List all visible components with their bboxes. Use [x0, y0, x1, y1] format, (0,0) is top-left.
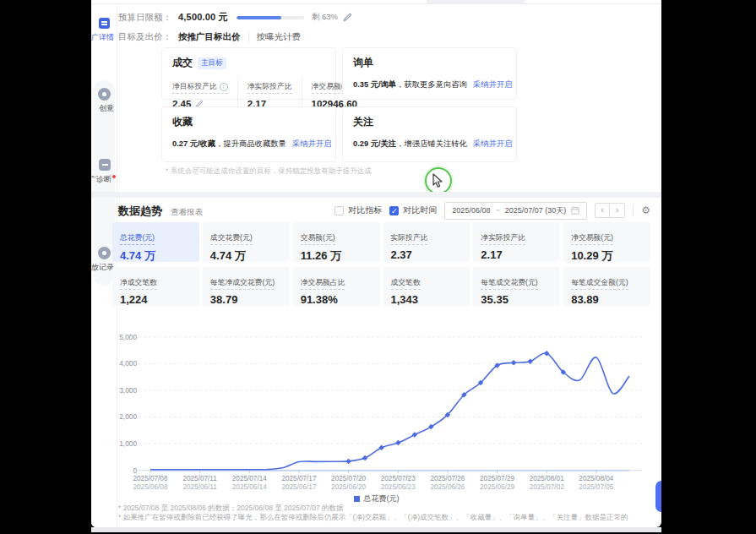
- budget-edit-icon[interactable]: [343, 13, 352, 22]
- compare-time-checkbox[interactable]: ✓ 对比时间: [389, 204, 437, 216]
- goal-desc-text: ，提升商品收藏数量: [215, 139, 286, 148]
- calendar-icon: [571, 206, 579, 215]
- x-tick-label-current: 2025/07/26: [430, 475, 465, 482]
- metric-card-7[interactable]: 每笔净成交花费(元)38.790.00: [203, 267, 290, 306]
- goal-metric: 净实际投产比2.17: [237, 77, 302, 109]
- goal-card-title: 成交主目标: [172, 56, 325, 70]
- creative-icon[interactable]: [98, 88, 111, 101]
- metric-card-9[interactable]: 成交笔数1,3430: [383, 267, 470, 306]
- history-icon[interactable]: [98, 247, 111, 259]
- info-icon[interactable]: i: [220, 83, 228, 91]
- goal-card-3[interactable]: 关注0.29 元/关注，增强店铺关注转化采纳并开启: [342, 106, 517, 162]
- date-range-picker[interactable]: 2025/06/08 ~ 2025/07/07 (30天): [444, 202, 587, 220]
- metric-card-10[interactable]: 每笔成交花费(元)35.350.00: [473, 267, 560, 306]
- compare-time-label: 对比时间: [403, 204, 437, 216]
- goal-metric-label: 净目标投产比i: [172, 82, 228, 94]
- y-tick-label: 1,000: [119, 439, 137, 448]
- goal-card-description: 0.35 元/询单，获取更多意向咨询采纳并开启: [353, 79, 506, 90]
- data-point-marker: [395, 440, 401, 446]
- checkbox-icon[interactable]: [334, 206, 344, 215]
- goal-desc-text: ，增强店铺关注转化: [396, 139, 467, 148]
- goal-card-title-text: 收藏: [172, 115, 193, 129]
- goal-metric-label-text: 净实际投产比: [247, 82, 292, 92]
- icon-glyph: [101, 21, 107, 23]
- y-tick-label: 5,000: [119, 333, 137, 341]
- metric-card-11[interactable]: 每笔成交金额(元)83.890.00: [563, 267, 650, 306]
- goal-metric-label-text: 净目标投产比: [172, 82, 217, 92]
- goal-card-title: 询单: [353, 56, 506, 70]
- goal-card-title-text: 询单: [353, 56, 373, 70]
- goal-card-2[interactable]: 收藏0.27 元/收藏，提升商品收藏数量采纳并开启: [161, 106, 336, 162]
- goal-metric: 净目标投产比i2.45: [172, 77, 237, 109]
- adopt-and-enable-link[interactable]: 采纳并开启: [473, 80, 512, 89]
- goal-metric-label: 净实际投产比: [247, 82, 292, 94]
- date-pager: ‹ ›: [595, 203, 625, 218]
- goal-card-0[interactable]: 成交主目标净目标投产比i2.45净实际投产比2.17净交易额(元)102946.…: [161, 47, 336, 100]
- tab-bid-by-impression[interactable]: 按曝光计费: [257, 31, 302, 43]
- x-tick-label-compare: 2025/06/11: [182, 483, 217, 491]
- x-tick-label-current: 2025/07/11: [182, 475, 217, 482]
- metric-card-value: 35.35: [481, 293, 552, 306]
- icon-glyph: [102, 164, 108, 166]
- data-point-marker: [412, 432, 418, 438]
- y-tick-label: 4,000: [119, 359, 137, 368]
- x-tick-label-compare: 2025/06/08: [133, 483, 168, 491]
- controls-divider: [633, 205, 634, 215]
- prev-period-button[interactable]: ‹: [595, 203, 610, 218]
- checkbox-icon[interactable]: ✓: [389, 206, 399, 215]
- metric-card-5[interactable]: 净交易额(元)10.29 万0.00: [563, 222, 650, 262]
- sidebar-item-label[interactable]: 广详情: [91, 32, 114, 43]
- campaign-detail-icon[interactable]: [99, 18, 110, 29]
- floating-side-button[interactable]: [655, 481, 661, 512]
- goal-card-description: 0.27 元/收藏，提升商品收藏数量采纳并开启: [172, 139, 325, 150]
- x-tick-label-current: 2025/07/17: [281, 475, 316, 482]
- metric-card-label: 净实际投产比: [481, 233, 525, 245]
- trend-controls: 对比指标 ✓ 对比时间 2025/06/08 ~ 2025/07/07 (30天…: [334, 202, 650, 219]
- next-period-button[interactable]: ›: [610, 203, 625, 218]
- metric-card-3[interactable]: 实际投产比2.370.00: [383, 222, 470, 262]
- metric-card-4[interactable]: 净实际投产比2.170.00: [473, 222, 560, 262]
- metric-card-label: 每笔净成交花费(元): [210, 278, 275, 290]
- metric-card-8[interactable]: 净交易额占比91.38%0.00%: [293, 267, 380, 306]
- trend-line-chart: 01,0002,0003,0004,0005,0002025/07/082025…: [117, 325, 649, 493]
- metric-card-value: 38.79: [210, 293, 282, 306]
- metric-card-label: 净交易额占比: [301, 278, 345, 290]
- goal-card-title: 关注: [353, 115, 506, 129]
- legend-label: 总花费(元): [364, 493, 400, 504]
- metric-card-1[interactable]: 成交花费(元)4.74 万0.00: [203, 222, 290, 262]
- compare-metric-checkbox[interactable]: 对比指标: [334, 204, 382, 216]
- sidebar-item-label[interactable]: 创意: [99, 103, 114, 114]
- sidebar-item-label[interactable]: 广诊断: [91, 174, 111, 185]
- x-tick-label-compare: 2025/06/17: [281, 483, 316, 491]
- chart-footnote-paused: * 如果推广在暂停或删除前已经获得了曝光，那么在暂停或删除后仍展示「(净)交易额…: [118, 513, 628, 523]
- notification-dot: [112, 175, 116, 178]
- adopt-and-enable-link[interactable]: 采纳并开启: [473, 139, 512, 148]
- metric-card-label: 每笔成交花费(元): [481, 278, 537, 290]
- data-point-marker: [345, 459, 351, 465]
- metric-card-6[interactable]: 净成交笔数1,2240: [112, 267, 199, 306]
- x-tick-label-compare: 2025/06/26: [430, 483, 465, 491]
- tab-bid-by-goal[interactable]: 按推广目标出价: [178, 31, 241, 43]
- settings-gear-icon[interactable]: ⚙: [641, 205, 650, 215]
- metric-card-label: 成交花费(元): [210, 233, 253, 245]
- goal-card-title: 收藏: [172, 115, 325, 129]
- diagnosis-icon[interactable]: [99, 159, 111, 171]
- y-tick-label: 0: [133, 466, 137, 475]
- date-end: 2025/07/07 (30天): [505, 205, 567, 216]
- sidebar-item-label[interactable]: 放记录: [91, 262, 114, 273]
- metric-card-0[interactable]: 总花费(元)4.74 万0.00: [112, 222, 199, 262]
- x-tick-label-current: 2025/07/08: [133, 475, 168, 482]
- metric-card-2[interactable]: 交易额(元)11.26 万0.00: [293, 222, 380, 262]
- adopt-and-enable-link[interactable]: 采纳并开启: [292, 139, 331, 148]
- view-report-link[interactable]: 查看报表: [171, 207, 203, 218]
- legend-swatch: [354, 496, 360, 502]
- header-divider: [91, 3, 661, 4]
- goal-price-text: 0.27 元/收藏: [172, 139, 215, 148]
- budget-remaining: 剩 63%: [312, 12, 338, 23]
- x-tick-label-current: 2025/08/01: [530, 475, 564, 482]
- icon-glyph: [102, 251, 106, 255]
- x-tick-label-current: 2025/07/20: [331, 475, 366, 482]
- goal-card-1[interactable]: 询单0.35 元/询单，获取更多意向咨询采纳并开启: [342, 47, 517, 100]
- x-tick-label-compare: 2025/07/05: [579, 483, 613, 491]
- x-tick-label-compare: 2025/06/14: [232, 483, 267, 491]
